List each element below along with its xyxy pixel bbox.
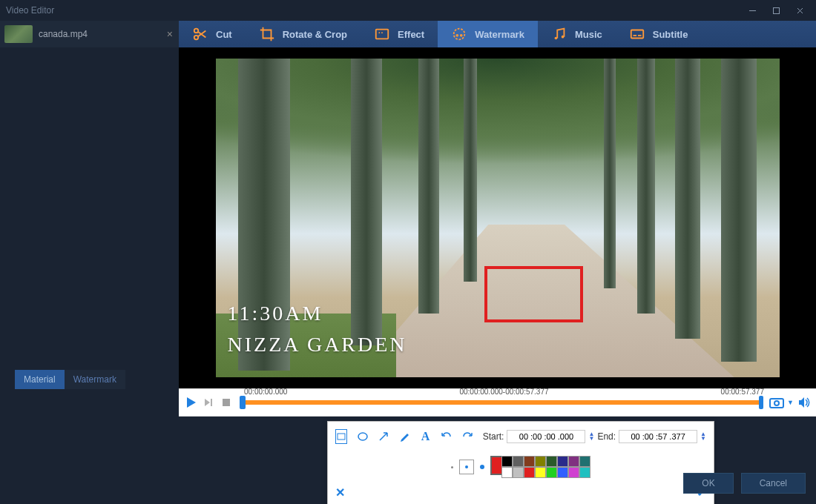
svg-rect-11 (631, 30, 644, 39)
effect-icon (374, 26, 390, 42)
svg-rect-0 (773, 7, 779, 13)
svg-rect-12 (211, 399, 212, 406)
color-swatch[interactable] (546, 456, 557, 467)
watermark-icon (451, 26, 467, 42)
timeline-right-handle[interactable] (759, 396, 763, 409)
file-name: canada.mp4 (39, 29, 88, 39)
start-spinner[interactable]: ▲▼ (588, 432, 594, 441)
subtitle-icon (629, 26, 645, 42)
svg-point-5 (381, 32, 383, 33)
timeline-end-time: 00:00:57.377 (721, 388, 764, 396)
maximize-button[interactable] (766, 3, 786, 18)
svg-rect-16 (338, 434, 345, 440)
play-button[interactable] (183, 395, 198, 410)
overlay-time-text: 11:30AM (228, 302, 323, 325)
redo-button[interactable] (462, 430, 473, 443)
title-bar: Video Editor (0, 0, 816, 21)
timeline-start-time: 00:00:00.000 (244, 388, 287, 396)
stop-button[interactable] (219, 395, 234, 410)
shape-arrow[interactable] (378, 430, 389, 443)
video-preview[interactable]: 11:30AM NIZZA GARDEN (179, 47, 816, 388)
shape-rectangle[interactable] (335, 429, 347, 444)
end-label: End: (597, 431, 616, 442)
color-swatch[interactable] (513, 456, 524, 467)
timeline-track[interactable] (241, 400, 762, 405)
watermark-selection-box[interactable] (484, 266, 583, 322)
line-thin-icon[interactable] (451, 466, 453, 468)
tool-rotate-crop[interactable]: Rotate & Crop (246, 21, 361, 47)
scissors-icon (192, 26, 208, 42)
color-swatch[interactable] (568, 467, 579, 478)
shape-text[interactable]: A (420, 430, 430, 443)
color-swatch[interactable] (579, 467, 590, 478)
file-close-icon[interactable]: × (167, 28, 173, 40)
timeline-range-text: 00:00:00.000-00:00:57.377 (459, 388, 548, 396)
file-tab[interactable]: canada.mp4 × (0, 21, 179, 47)
color-swatch[interactable] (557, 456, 568, 467)
svg-point-10 (562, 36, 565, 39)
svg-point-8 (460, 34, 463, 37)
svg-point-17 (358, 433, 367, 440)
end-time-input[interactable] (619, 430, 697, 443)
color-swatch[interactable] (501, 456, 513, 467)
watermark-editor-panel: A Start: ▲▼ End: ▲▼ (327, 421, 714, 504)
color-swatch[interactable] (524, 456, 535, 467)
svg-point-15 (774, 401, 779, 405)
shape-pen[interactable] (399, 430, 409, 443)
snapshot-dropdown-icon[interactable]: ▼ (787, 399, 794, 406)
tool-ribbon: Cut Rotate & Crop Effect Watermark Music… (179, 21, 816, 47)
sidebar: canada.mp4 × Material Watermark (0, 21, 179, 504)
tool-cut[interactable]: Cut (179, 21, 246, 47)
color-swatch[interactable] (501, 467, 513, 478)
file-thumbnail (4, 25, 33, 43)
minimize-button[interactable] (742, 3, 763, 18)
svg-point-6 (454, 29, 465, 40)
panel-close-button[interactable]: ✕ (335, 485, 345, 500)
music-icon (551, 26, 567, 42)
color-swatch[interactable] (557, 467, 568, 478)
color-palette (490, 456, 590, 478)
tool-effect[interactable]: Effect (361, 21, 438, 47)
color-swatch[interactable] (579, 456, 590, 467)
end-spinner[interactable]: ▲▼ (700, 432, 706, 441)
svg-rect-3 (376, 30, 389, 39)
svg-rect-13 (223, 399, 230, 406)
timeline-bar: 00:00:00.000 00:00:00.000-00:00:57.377 0… (179, 388, 816, 417)
tool-watermark[interactable]: Watermark (438, 21, 538, 47)
step-button[interactable] (201, 395, 216, 410)
close-button[interactable] (789, 3, 810, 18)
color-swatch[interactable] (546, 467, 557, 478)
start-label: Start: (483, 431, 504, 442)
svg-point-9 (554, 37, 557, 40)
tool-subtitle[interactable]: Subtitle (616, 21, 702, 47)
tool-music[interactable]: Music (538, 21, 616, 47)
cancel-button[interactable]: Cancel (741, 473, 806, 494)
svg-point-7 (456, 34, 459, 37)
svg-rect-14 (770, 399, 783, 408)
color-swatch[interactable] (535, 467, 546, 478)
shape-ellipse[interactable] (358, 430, 368, 443)
tab-material[interactable]: Material (15, 370, 65, 389)
color-swatch[interactable] (535, 456, 546, 467)
overlay-place-text: NIZZA GARDEN (228, 333, 407, 357)
volume-button[interactable] (797, 395, 812, 410)
window-title: Video Editor (6, 5, 742, 16)
undo-button[interactable] (441, 430, 452, 443)
start-time-input[interactable] (507, 430, 585, 443)
color-swatch[interactable] (568, 456, 579, 467)
crop-icon (259, 26, 275, 42)
svg-point-4 (378, 32, 380, 33)
line-style-dotted[interactable] (459, 460, 474, 474)
color-swatch[interactable] (513, 467, 524, 478)
tab-watermark[interactable]: Watermark (65, 370, 125, 389)
snapshot-button[interactable] (769, 395, 784, 410)
ok-button[interactable]: OK (683, 473, 733, 494)
timeline-left-handle[interactable] (240, 396, 246, 409)
color-swatch[interactable] (524, 467, 535, 478)
line-style-solid[interactable] (480, 465, 484, 469)
